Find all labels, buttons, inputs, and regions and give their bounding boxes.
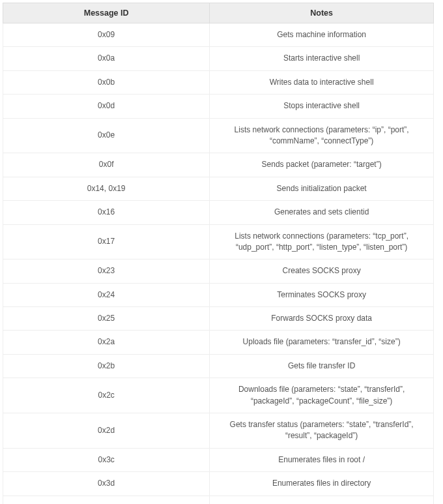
table-row: 0x3cEnumerates files in root / — [3, 448, 434, 471]
cell-notes: Forwards SOCKS proxy data — [210, 307, 434, 331]
cell-message-id: 0x24 — [3, 283, 210, 306]
cell-notes: Enumerates files in root / — [210, 448, 434, 471]
table-row: 0x0fSends packet (parameter: “target”) — [3, 153, 434, 177]
cell-notes: Stops interactive shell — [210, 95, 434, 118]
table-row: 0x0aStarts interactive shell — [3, 47, 434, 70]
cell-message-id: 0x3c — [3, 448, 210, 471]
table-body: 0x09Gets machine information0x0aStarts i… — [3, 23, 434, 505]
table-row: 0x14, 0x19Sends initialization packet — [3, 177, 434, 200]
cell-message-id: 0x16 — [3, 201, 210, 224]
cell-message-id: 0x0f — [3, 153, 210, 177]
cell-message-id: 0x0e — [3, 118, 210, 153]
cell-notes: Starts interactive shell — [210, 47, 434, 70]
table-row: 0x2dGets transfer status (parameters: “s… — [3, 413, 434, 449]
cell-message-id: 0x17 — [3, 224, 210, 259]
cell-notes: Gets transfer status (parameters: “state… — [210, 413, 434, 449]
cell-notes: Sends initialization packet — [210, 177, 434, 200]
cell-notes: Terminates SOCKS proxy — [210, 283, 434, 306]
table-row: 0x2aUploads file (parameters: “transfer_… — [3, 331, 434, 354]
cell-notes: Sends packet (parameter: “target”) — [210, 153, 434, 177]
header-message-id: Message ID — [3, 3, 210, 23]
table-row: 0x24Terminates SOCKS proxy — [3, 283, 434, 306]
cell-message-id: 0x0a — [3, 47, 210, 70]
table-row: 0x2bGets file transfer ID — [3, 354, 434, 378]
cell-notes: Deletes file — [210, 496, 434, 504]
cell-message-id: 0x23 — [3, 259, 210, 283]
table-row: 0x09Gets machine information — [3, 23, 434, 47]
table-row: 0x17Lists network connections (parameter… — [3, 224, 434, 259]
table-row: 0x25Forwards SOCKS proxy data — [3, 307, 434, 331]
cell-message-id: 0x3e — [3, 496, 210, 504]
table-row: 0x3eDeletes file — [3, 496, 434, 504]
header-notes: Notes — [210, 3, 434, 23]
cell-message-id: 0x2b — [3, 354, 210, 378]
cell-notes: Generates and sets clientid — [210, 201, 434, 224]
table-header-row: Message ID Notes — [3, 3, 434, 23]
table-row: 0x0dStops interactive shell — [3, 95, 434, 118]
cell-notes: Creates SOCKS proxy — [210, 259, 434, 283]
cell-notes: Writes data to interactive shell — [210, 70, 434, 94]
cell-message-id: 0x25 — [3, 307, 210, 331]
cell-notes: Downloads file (parameters: “state”, “tr… — [210, 378, 434, 413]
cell-notes: Enumerates files in directory — [210, 472, 434, 496]
table-row: 0x23Creates SOCKS proxy — [3, 259, 434, 283]
message-table: Message ID Notes 0x09Gets machine inform… — [3, 3, 434, 504]
cell-message-id: 0x09 — [3, 23, 210, 47]
table-row: 0x2cDownloads file (parameters: “state”,… — [3, 378, 434, 413]
cell-notes: Gets file transfer ID — [210, 354, 434, 378]
cell-message-id: 0x0b — [3, 70, 210, 94]
cell-notes: Uploads file (parameters: “transfer_id”,… — [210, 331, 434, 354]
table-row: 0x3dEnumerates files in directory — [3, 472, 434, 496]
table-row: 0x16Generates and sets clientid — [3, 201, 434, 224]
cell-message-id: 0x2a — [3, 331, 210, 354]
table-row: 0x0eLists network connections (parameter… — [3, 118, 434, 153]
cell-notes: Gets machine information — [210, 23, 434, 47]
cell-notes: Lists network connections (parameters: “… — [210, 224, 434, 259]
cell-message-id: 0x2d — [3, 413, 210, 449]
cell-message-id: 0x2c — [3, 378, 210, 413]
table-row: 0x0bWrites data to interactive shell — [3, 70, 434, 94]
cell-notes: Lists network connections (parameters: “… — [210, 118, 434, 153]
cell-message-id: 0x3d — [3, 472, 210, 496]
cell-message-id: 0x14, 0x19 — [3, 177, 210, 200]
cell-message-id: 0x0d — [3, 95, 210, 118]
